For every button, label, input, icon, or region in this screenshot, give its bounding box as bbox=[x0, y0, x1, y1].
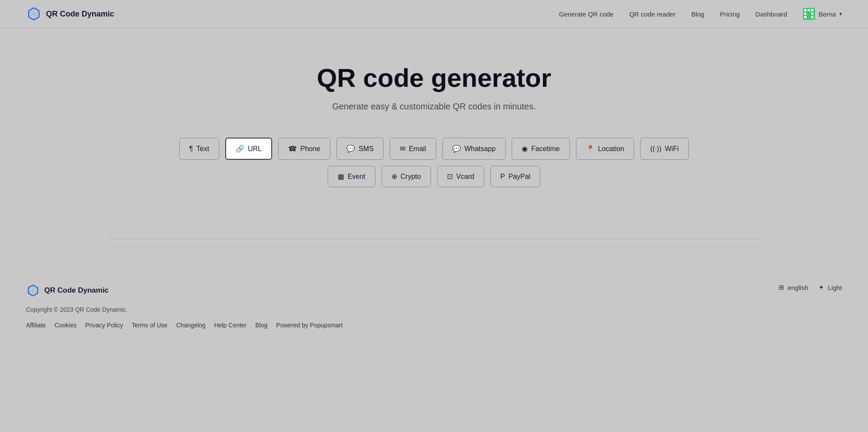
footer-link-terms-of-use[interactable]: Terms of Use bbox=[132, 322, 167, 329]
sms-label: SMS bbox=[358, 145, 374, 153]
qr-type-btn-crypto[interactable]: ⊕Crypto bbox=[381, 166, 431, 187]
qr-type-btn-url[interactable]: 🔗URL bbox=[225, 138, 272, 160]
qr-type-btn-whatsapp[interactable]: 💬Whatsapp bbox=[442, 138, 506, 160]
footer-link-affiliate[interactable]: Affiliate bbox=[26, 322, 46, 329]
theme-icon: ✦ bbox=[819, 284, 824, 291]
event-icon: ▦ bbox=[338, 172, 344, 181]
wifi-icon: ((·)) bbox=[650, 145, 661, 153]
location-label: Location bbox=[598, 145, 625, 153]
qr-type-btn-location[interactable]: 📍Location bbox=[576, 138, 635, 160]
facetime-label: Facetime bbox=[531, 145, 560, 153]
footer-link-powered-by-popupsmart[interactable]: Powered by Popupsmart bbox=[276, 322, 342, 329]
footer-top: QR Code Dynamic ⊞ english ✦ Light bbox=[26, 284, 842, 297]
footer-right: ⊞ english ✦ Light bbox=[779, 284, 842, 291]
text-icon: ¶ bbox=[189, 145, 193, 153]
url-label: URL bbox=[248, 145, 262, 153]
facetime-icon: ◉ bbox=[522, 145, 528, 153]
sms-icon: 💬 bbox=[346, 145, 355, 153]
qr-type-btn-phone[interactable]: ☎Phone bbox=[278, 138, 330, 160]
theme-selector[interactable]: ✦ Light bbox=[819, 284, 842, 291]
text-label: Text bbox=[197, 145, 209, 153]
qr-type-btn-paypal[interactable]: PPayPal bbox=[490, 166, 540, 187]
nav-dashboard[interactable]: Dashboard bbox=[756, 10, 787, 18]
footer: QR Code Dynamic ⊞ english ✦ Light Copyri… bbox=[0, 266, 868, 355]
url-icon: 🔗 bbox=[236, 145, 244, 153]
location-icon: 📍 bbox=[586, 145, 595, 153]
nav-pricing[interactable]: Pricing bbox=[720, 10, 740, 18]
qr-type-btn-email[interactable]: ✉Email bbox=[390, 138, 436, 160]
user-name: Berna bbox=[819, 10, 836, 18]
qr-type-btn-facetime[interactable]: ◉Facetime bbox=[512, 138, 570, 160]
footer-link-privacy-policy[interactable]: Privacy Policy bbox=[85, 322, 123, 329]
qr-type-btn-wifi[interactable]: ((·))WiFi bbox=[640, 138, 689, 160]
svg-rect-6 bbox=[811, 13, 813, 15]
paypal-label: PayPal bbox=[508, 173, 530, 181]
svg-rect-3 bbox=[811, 9, 813, 11]
footer-link-changelog[interactable]: Changelog bbox=[176, 322, 206, 329]
crypto-label: Crypto bbox=[401, 173, 421, 181]
page-subtitle: Generate easy & customizable QR codes in… bbox=[332, 102, 536, 112]
event-label: Event bbox=[348, 173, 365, 181]
language-label: english bbox=[788, 284, 809, 291]
footer-link-cookies[interactable]: Cookies bbox=[55, 322, 77, 329]
page-title: QR code generator bbox=[317, 63, 551, 93]
crypto-icon: ⊕ bbox=[391, 172, 397, 181]
svg-rect-7 bbox=[804, 16, 806, 18]
svg-rect-4 bbox=[804, 13, 806, 15]
language-selector[interactable]: ⊞ english bbox=[779, 284, 809, 291]
svg-rect-8 bbox=[811, 16, 813, 18]
wifi-label: WiFi bbox=[665, 145, 679, 153]
footer-logo-icon bbox=[26, 284, 40, 297]
whatsapp-label: Whatsapp bbox=[464, 145, 496, 153]
paypal-icon: P bbox=[500, 173, 505, 181]
main-nav: Generate QR code QR code reader Blog Pri… bbox=[559, 8, 842, 20]
footer-logo[interactable]: QR Code Dynamic bbox=[26, 284, 108, 297]
section-divider bbox=[108, 239, 760, 240]
email-icon: ✉ bbox=[400, 145, 405, 153]
language-icon: ⊞ bbox=[779, 284, 784, 291]
logo-text: QR Code Dynamic bbox=[46, 10, 114, 19]
footer-copyright: Copyright © 2023 QR Code Dynamic. bbox=[26, 306, 842, 313]
nav-generate-qr[interactable]: Generate QR code bbox=[559, 10, 614, 18]
logo[interactable]: QR Code Dynamic bbox=[26, 6, 114, 22]
logo-icon bbox=[26, 6, 42, 22]
email-label: Email bbox=[409, 145, 426, 153]
vcard-icon: ⊡ bbox=[447, 172, 453, 181]
theme-label: Light bbox=[828, 284, 842, 291]
footer-link-help-center[interactable]: Help Center bbox=[214, 322, 247, 329]
whatsapp-icon: 💬 bbox=[452, 145, 461, 153]
qr-types-container: ¶Text🔗URL☎Phone💬SMS✉Email💬Whatsapp◉Facet… bbox=[179, 138, 689, 187]
footer-links: AffiliateCookiesPrivacy PolicyTerms of U… bbox=[26, 322, 842, 329]
qr-types-row-1: ¶Text🔗URL☎Phone💬SMS✉Email💬Whatsapp◉Facet… bbox=[179, 138, 689, 160]
chevron-down-icon: ▾ bbox=[839, 11, 842, 17]
vcard-label: Vcard bbox=[456, 173, 474, 181]
phone-icon: ☎ bbox=[288, 145, 297, 153]
header: QR Code Dynamic Generate QR code QR code… bbox=[0, 0, 868, 28]
user-avatar-icon bbox=[803, 8, 815, 20]
qr-type-btn-vcard[interactable]: ⊡Vcard bbox=[437, 166, 484, 187]
phone-label: Phone bbox=[300, 145, 320, 153]
nav-blog[interactable]: Blog bbox=[691, 10, 704, 18]
qr-types-row-2: ▦Event⊕Crypto⊡VcardPPayPal bbox=[328, 166, 540, 187]
qr-type-btn-text[interactable]: ¶Text bbox=[179, 138, 219, 160]
svg-rect-2 bbox=[808, 9, 810, 11]
footer-link-blog[interactable]: Blog bbox=[255, 322, 267, 329]
qr-type-btn-event[interactable]: ▦Event bbox=[328, 166, 375, 187]
user-menu[interactable]: Berna ▾ bbox=[803, 8, 842, 20]
qr-type-btn-sms[interactable]: 💬SMS bbox=[336, 138, 384, 160]
svg-rect-5 bbox=[808, 13, 810, 15]
main-content: QR code generator Generate easy & custom… bbox=[0, 28, 868, 239]
svg-rect-1 bbox=[804, 9, 806, 11]
nav-qr-reader[interactable]: QR code reader bbox=[629, 10, 676, 18]
footer-logo-text: QR Code Dynamic bbox=[44, 286, 108, 295]
